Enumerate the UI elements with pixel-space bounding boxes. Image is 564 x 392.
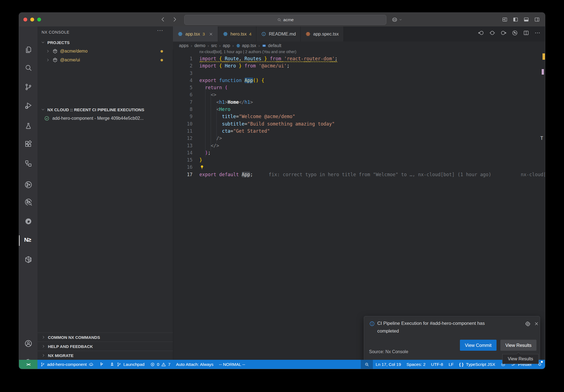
tab-hero-tsx[interactable]: hero.tsx4 — [218, 26, 256, 42]
code-line-content[interactable]: } — [192, 156, 202, 164]
code-line-content[interactable] — [192, 164, 205, 171]
project-item[interactable]: @acme/demo — [37, 47, 173, 56]
view-results-button[interactable]: View Results — [500, 340, 536, 351]
code-line-content[interactable] — [192, 70, 199, 77]
section-header-nx-migrate[interactable]: NX MIGRATE — [37, 351, 173, 360]
activity-item-project-structure[interactable] — [19, 157, 37, 170]
nav-forward-icon[interactable] — [171, 16, 178, 23]
close-icon[interactable] — [209, 32, 213, 36]
vim-mode-status-item[interactable]: -- NORMAL -- — [216, 360, 248, 369]
section-header-nx-cloud[interactable]: NX CLOUD :: RECENT CI PIPELINE EXECUTION… — [37, 105, 173, 114]
code-line-content[interactable]: export default App;fix: correct typo in … — [192, 171, 491, 178]
branch-status-item[interactable]: add-hero-component — [37, 360, 96, 369]
close-icon[interactable] — [534, 321, 539, 326]
activity-item-account[interactable] — [19, 337, 37, 350]
code-line-content[interactable]: <h1>Home</h1> — [192, 99, 253, 106]
panel-left-icon[interactable] — [513, 17, 519, 23]
activity-item-search[interactable] — [19, 61, 37, 74]
activity-item-nx-graph-details[interactable] — [19, 195, 37, 209]
indentation-status-item[interactable]: Spaces: 2 — [404, 360, 428, 369]
section-header-common-nx-commands[interactable]: COMMON NX COMMANDS — [37, 333, 173, 342]
tab-app-spec-tsx[interactable]: app.spec.tsx — [301, 26, 344, 42]
source-control-icon — [24, 83, 32, 91]
launchpad-status-item[interactable]: Launchpad — [107, 360, 147, 369]
gear-icon[interactable] — [525, 321, 531, 327]
section-header-help-and-feedback[interactable]: HELP AND FEEDBACK — [37, 342, 173, 351]
split-icon[interactable] — [523, 30, 529, 36]
breadcrumb-label: app — [223, 43, 230, 48]
branch-icon — [116, 362, 121, 367]
code-line-content[interactable]: return ( — [192, 84, 227, 91]
activity-item-nx-project-graph[interactable] — [19, 178, 37, 191]
project-item[interactable]: @acme/ui — [37, 56, 173, 64]
ellipsis-icon[interactable] — [534, 30, 541, 36]
remote-indicator[interactable]: >< — [19, 360, 37, 369]
activity-item-source-control[interactable] — [19, 80, 37, 94]
breadcrumb-label: app.tsx — [242, 43, 256, 48]
language-mode-status-item[interactable]: { }TypeScript JSX — [456, 360, 498, 369]
overview-ruler-selection-marker — [542, 69, 544, 75]
cursor-position-status-item[interactable]: Ln 17, Col 19 — [373, 360, 404, 369]
screencast-zoom-status-item[interactable] — [361, 360, 373, 369]
nx-circle-icon[interactable] — [512, 30, 518, 36]
breadcrumb-item-apps[interactable]: apps — [179, 43, 189, 48]
tab-app-tsx[interactable]: app.tsx3 — [173, 26, 218, 42]
project-name: @acme/demo — [60, 49, 88, 54]
breadcrumb-item-demo[interactable]: demo — [194, 43, 205, 48]
activity-item-explorer[interactable] — [19, 43, 37, 56]
layout-grid-icon[interactable] — [502, 17, 508, 23]
forward-circle-icon[interactable] — [500, 30, 507, 36]
more-actions-icon[interactable]: ··· — [157, 27, 163, 33]
nav-back-icon[interactable] — [160, 16, 166, 23]
code-line-content[interactable]: cta="Get Started" — [192, 127, 270, 135]
problems-status-item[interactable]: 07 — [147, 360, 173, 369]
back-circle-icon[interactable] — [478, 30, 484, 36]
breadcrumb-item-app[interactable]: app — [223, 43, 230, 48]
code-line-content[interactable]: export function App() { — [192, 77, 264, 84]
command-center-search[interactable]: acme — [184, 15, 386, 25]
maximize-window-button[interactable] — [37, 18, 41, 21]
activity-item-edge-browser[interactable] — [19, 215, 37, 228]
nx-graph-icon — [24, 181, 32, 189]
code-line-content[interactable]: /> — [192, 135, 222, 142]
breadcrumb-item-app.tsx[interactable]: app.tsx — [236, 43, 256, 48]
code-line-content[interactable]: <> — [192, 91, 216, 98]
code-line-content[interactable]: import { Hero } from '@acme/ui'; — [192, 62, 290, 69]
package-icon — [52, 57, 58, 63]
activity-item-extensions[interactable] — [19, 138, 37, 151]
view-commit-button[interactable]: View Commit — [460, 340, 497, 351]
code-line: 3 — [173, 70, 545, 77]
code-line: 11 cta="Get Started" — [173, 127, 545, 135]
react-icon — [305, 31, 311, 37]
dot-circle-icon[interactable] — [489, 30, 495, 36]
tab-README-md[interactable]: README.md — [256, 26, 301, 42]
code-line-content[interactable]: import { Route, Routes } from 'react-rou… — [192, 55, 338, 62]
code-line-content[interactable]: subtitle="Build something amazing today" — [192, 120, 335, 127]
line-number: 1 — [173, 55, 192, 62]
code-line-content[interactable]: ); — [192, 149, 211, 156]
code-line-content[interactable]: </> — [192, 142, 219, 149]
activity-item-nx-console[interactable]: N≥ — [19, 234, 37, 247]
pipeline-item[interactable]: add-hero-component - Merge 409b44e5cb02.… — [37, 114, 173, 123]
eol-status-item[interactable]: LF — [446, 360, 456, 369]
code-line-content[interactable]: title="Welcome @acme/demo" — [192, 113, 295, 120]
activity-item-run-debug[interactable] — [19, 99, 37, 112]
panel-bottom-icon[interactable] — [523, 17, 529, 23]
activity-item-containers[interactable] — [19, 253, 37, 266]
copilot-menu[interactable] — [391, 16, 402, 23]
close-window-button[interactable] — [23, 18, 27, 21]
code-line-content[interactable]: <Hero — [192, 106, 231, 113]
git-graph-status-item[interactable] — [96, 360, 107, 369]
activity-item-testing[interactable] — [19, 119, 37, 133]
breadcrumb-item-default[interactable]: default — [262, 43, 281, 48]
breadcrumb-item-src[interactable]: src — [211, 43, 217, 48]
encoding-status-item[interactable]: UTF-8 — [428, 360, 446, 369]
modified-dot-icon — [161, 59, 163, 61]
lightbulb-icon[interactable] — [199, 165, 205, 170]
code-editor[interactable]: 1import { Route, Routes } from 'react-ro… — [173, 55, 545, 178]
auto-attach-status-item[interactable]: Auto Attach: Always — [173, 360, 216, 369]
breadcrumb-label: demo — [194, 43, 205, 48]
panel-right-icon[interactable] — [534, 17, 540, 23]
section-header-projects[interactable]: PROJECTS — [37, 38, 173, 47]
minimize-window-button[interactable] — [30, 18, 34, 21]
